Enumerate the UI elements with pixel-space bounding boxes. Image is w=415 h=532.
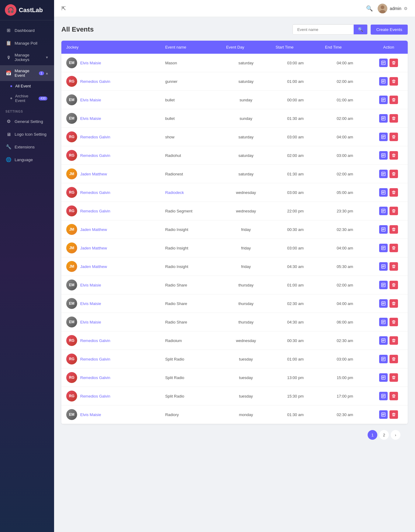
jockey-name[interactable]: Elvis Maisie [80,301,101,306]
sidebar-item-language[interactable]: 🌐 Language [0,153,54,166]
sidebar-sub-item-all-event[interactable]: All Event [0,81,54,91]
jockey-name[interactable]: Jaden Matthew [80,264,107,269]
edit-button[interactable] [379,114,388,123]
delete-button[interactable] [389,318,398,326]
edit-button[interactable] [379,77,388,86]
jockey-name[interactable]: Remedios Galvin [80,357,110,361]
edit-button[interactable] [379,318,388,326]
edit-button[interactable] [379,373,388,382]
jockey-name[interactable]: Remedios Galvin [80,190,110,195]
delete-button[interactable] [389,77,398,86]
jockey-name[interactable]: Remedios Galvin [80,394,110,398]
create-events-button[interactable]: Create Events [371,25,408,35]
sidebar-item-manage-event[interactable]: 📅 Manage Event 1 ▲ [0,65,54,81]
edit-button[interactable] [379,188,388,197]
jockey-name[interactable]: Elvis Maisie [80,61,101,65]
delete-button[interactable] [389,188,398,197]
action-cell [370,202,408,220]
sidebar-item-general-setting[interactable]: ⚙ General Setting [0,115,54,128]
page-btn-1[interactable]: 1 [368,430,377,440]
edit-button[interactable] [379,355,388,363]
jockey-cell: EM Elvis Maisie [61,294,160,313]
jockey-name[interactable]: Elvis Maisie [80,320,101,324]
jockey-avatar: JM [66,168,77,179]
delete-button[interactable] [389,262,398,271]
sidebar-item-dashboard[interactable]: ⊞ Dashboard [0,24,54,37]
jockey-cell: JM Jaden Matthew [61,220,160,239]
delete-button[interactable] [389,151,398,160]
jockey-name[interactable]: Remedios Galvin [80,375,110,380]
search-icon[interactable]: 🔍 [366,5,373,12]
search-input[interactable] [293,25,354,34]
page-next-btn[interactable]: › [391,430,400,440]
page-btn-2[interactable]: 2 [379,430,389,440]
delete-button[interactable] [389,392,398,400]
edit-button[interactable] [379,133,388,141]
event-day-cell: thursday [221,294,271,313]
end-time-cell: 01:00 am [320,91,370,109]
delete-button[interactable] [389,96,398,104]
end-time-cell: 02:30 am [320,331,370,350]
jockey-name[interactable]: Elvis Maisie [80,283,101,287]
edit-button[interactable] [379,225,388,234]
jockey-name[interactable]: Jaden Matthew [80,227,107,232]
delete-button[interactable] [389,244,398,252]
jockey-name[interactable]: Remedios Galvin [80,79,110,84]
edit-button[interactable] [379,281,388,289]
action-cell [370,313,408,331]
delete-button[interactable] [389,355,398,363]
delete-button[interactable] [389,114,398,123]
table-row: EM Elvis Maisie bulletsunday01:30 am02:0… [61,109,408,128]
event-day-cell: saturday [221,146,271,165]
sidebar-item-logo-icon-setting[interactable]: 🖥 Logo Icon Setting [0,128,54,141]
delete-button[interactable] [389,225,398,234]
edit-button[interactable] [379,392,388,400]
event-name-link[interactable]: Radiodeck [165,190,184,195]
sidebar-item-manage-poll[interactable]: 📋 Manage Poll [0,37,54,49]
event-name-text: show [165,135,174,139]
edit-button[interactable] [379,336,388,345]
edit-button[interactable] [379,59,388,67]
delete-button[interactable] [389,410,398,419]
jockey-name[interactable]: Remedios Galvin [80,209,110,213]
jockey-name[interactable]: Remedios Galvin [80,338,110,343]
search-button[interactable]: 🔍 [354,25,367,34]
table-row: EM Elvis Maisie Radiorymonday01:30 am02:… [61,405,408,424]
sidebar-item-manage-jockeys[interactable]: 🎙 Manage Jockeys ▼ [0,49,54,65]
delete-button[interactable] [389,170,398,178]
edit-button[interactable] [379,410,388,419]
event-name-text: Radio Insight [165,264,188,269]
sidebar-item-extensions[interactable]: 🔧 Extensions [0,141,54,153]
delete-button[interactable] [389,373,398,382]
jockey-name[interactable]: Jaden Matthew [80,246,107,250]
edit-button[interactable] [379,207,388,215]
edit-button[interactable] [379,299,388,308]
sidebar-sub-item-archive-event[interactable]: Archive Event 430 [0,91,54,106]
delete-button[interactable] [389,59,398,67]
jockey-name[interactable]: Elvis Maisie [80,412,101,417]
delete-button[interactable] [389,299,398,308]
table-row: RG Remedios Galvin Radiodeckwednesday03:… [61,183,408,202]
jockey-name[interactable]: Remedios Galvin [80,153,110,158]
edit-button[interactable] [379,244,388,252]
delete-button[interactable] [389,207,398,215]
jockey-name[interactable]: Remedios Galvin [80,135,110,139]
settings-icon[interactable]: ⚙ [404,6,408,11]
delete-button[interactable] [389,336,398,345]
start-time-cell: 00:30 am [271,220,320,239]
delete-button[interactable] [389,281,398,289]
action-cell [370,294,408,313]
jockey-name[interactable]: Jaden Matthew [80,172,107,176]
jockey-avatar: RG [66,335,77,346]
edit-button[interactable] [379,262,388,271]
edit-button[interactable] [379,96,388,104]
edit-button[interactable] [379,151,388,160]
start-time-cell: 13:00 pm [271,368,320,387]
delete-button[interactable] [389,133,398,141]
jockey-name[interactable]: Elvis Maisie [80,116,101,121]
start-time-cell: 04:30 am [271,313,320,331]
jockey-name[interactable]: Elvis Maisie [80,98,101,102]
edit-button[interactable] [379,170,388,178]
event-name-text: bullet [165,116,175,121]
compress-icon[interactable]: ⇱ [61,5,66,12]
